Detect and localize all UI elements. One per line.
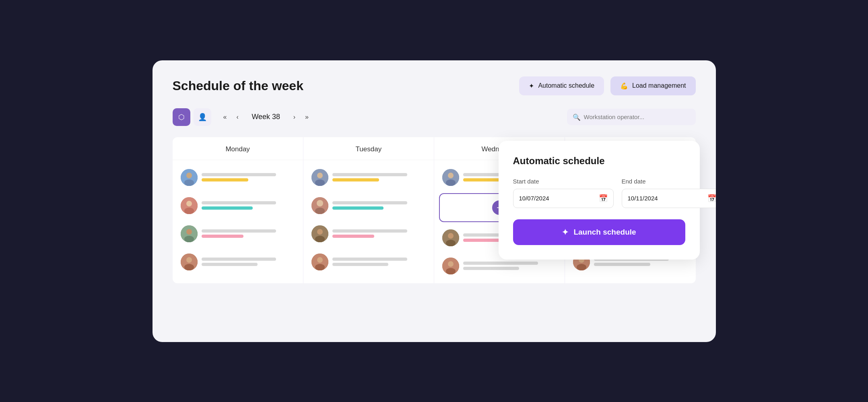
table-row: [177, 193, 298, 218]
launch-schedule-button[interactable]: ✦ Launch schedule: [513, 219, 685, 245]
avatar: [311, 254, 328, 270]
week-label: Week 38: [246, 113, 286, 121]
schedule-line: [332, 201, 407, 204]
first-page-button[interactable]: «: [221, 111, 229, 123]
start-date-input[interactable]: [519, 195, 596, 202]
avatar: [311, 225, 328, 242]
svg-point-4: [186, 201, 192, 206]
header: Schedule of the week ✦ Automatic schedul…: [173, 76, 696, 95]
avatar: [442, 169, 459, 186]
day-body-monday: [173, 160, 303, 279]
avatar-svg: [311, 225, 328, 242]
schedule-line: [202, 173, 276, 176]
schedule-line: [202, 178, 248, 181]
auto-schedule-button[interactable]: ✦ Automatic schedule: [519, 76, 604, 95]
avatar-svg: [181, 254, 198, 270]
prev-button[interactable]: ‹: [234, 111, 241, 123]
schedule-line: [332, 258, 407, 261]
avatar-svg: [311, 197, 328, 214]
svg-point-25: [448, 173, 454, 178]
search-input[interactable]: [567, 109, 696, 125]
next-button[interactable]: ›: [291, 111, 298, 123]
load-mgmt-label: Load management: [632, 82, 686, 89]
table-row: [177, 249, 298, 274]
svg-point-31: [448, 261, 454, 267]
schedule-line: [332, 178, 379, 181]
schedule-line: [202, 258, 276, 261]
svg-point-5: [184, 208, 194, 214]
toolbar: ⬡ 👤 « ‹ Week 38 › » 🔍: [173, 108, 696, 126]
svg-point-29: [446, 240, 456, 246]
svg-point-26: [446, 179, 456, 186]
avatar-svg: [181, 225, 198, 242]
search-container: 🔍: [567, 109, 696, 125]
day-column-monday: Monday: [173, 137, 303, 283]
svg-point-28: [448, 233, 454, 239]
svg-point-16: [317, 200, 323, 206]
avatar-svg: [311, 254, 328, 270]
person-icon: 👤: [198, 113, 207, 122]
start-date-input-wrap: 📅: [513, 189, 614, 208]
schedule-lines: [202, 173, 295, 181]
svg-point-8: [184, 236, 194, 242]
schedule-lines: [202, 258, 295, 266]
schedule-line: [594, 263, 650, 266]
svg-point-11: [184, 264, 194, 270]
avatar: [181, 225, 198, 242]
last-page-button[interactable]: »: [303, 111, 311, 123]
avatar-svg: [442, 229, 459, 246]
schedule-line: [332, 263, 388, 266]
end-date-input[interactable]: [628, 195, 704, 202]
magic-icon: ✦: [529, 82, 534, 90]
nav-arrows: « ‹ Week 38 › »: [221, 111, 311, 123]
avatar: [181, 254, 198, 270]
day-column-tuesday: Tuesday: [303, 137, 434, 283]
end-date-field: End date 📅: [622, 178, 716, 208]
svg-point-13: [317, 173, 323, 178]
avatar: [311, 169, 328, 186]
svg-point-14: [315, 179, 325, 186]
schedule-line: [202, 201, 276, 204]
person-view-button[interactable]: 👤: [194, 108, 211, 126]
hex-view-button[interactable]: ⬡: [173, 108, 190, 126]
view-toggles: ⬡ 👤: [173, 108, 211, 126]
auto-schedule-label: Automatic schedule: [538, 82, 594, 89]
schedule-lines: [202, 201, 295, 210]
table-row: [308, 165, 429, 190]
schedule-lines: [463, 262, 557, 270]
schedule-line: [332, 229, 407, 233]
schedule-line: [202, 235, 244, 238]
schedule-line: [332, 206, 384, 210]
avatar-svg: [181, 197, 198, 214]
end-date-label: End date: [622, 178, 716, 185]
schedule-line: [332, 235, 375, 238]
hex-icon: ⬡: [178, 113, 185, 122]
schedule-lines: [332, 173, 426, 181]
svg-point-1: [186, 173, 192, 178]
auto-schedule-panel: Automatic schedule Start date 📅 End date…: [499, 141, 700, 260]
schedule-line: [202, 263, 258, 266]
page-title: Schedule of the week: [173, 78, 303, 93]
load-management-button[interactable]: 💪 Load management: [610, 76, 695, 95]
avatar-svg: [311, 169, 328, 186]
svg-point-44: [577, 264, 586, 270]
svg-point-7: [186, 229, 192, 235]
avatar: [442, 258, 459, 274]
header-actions: ✦ Automatic schedule 💪 Load management: [519, 76, 695, 95]
day-header-tuesday: Tuesday: [303, 137, 434, 160]
schedule-line: [463, 267, 519, 270]
app-container: Schedule of the week ✦ Automatic schedul…: [153, 60, 716, 342]
schedule-line: [202, 206, 253, 210]
table-row: [177, 165, 298, 190]
start-date-label: Start date: [513, 178, 614, 185]
svg-point-2: [184, 179, 194, 186]
svg-point-19: [317, 229, 323, 235]
calendar-icon-end: 📅: [707, 194, 716, 203]
table-row: [308, 221, 429, 246]
schedule-line: [463, 262, 538, 265]
svg-point-17: [315, 208, 325, 214]
wand-icon: ✦: [562, 227, 569, 237]
svg-point-22: [317, 257, 323, 263]
search-icon: 🔍: [573, 113, 581, 121]
schedule-lines: [202, 229, 295, 238]
